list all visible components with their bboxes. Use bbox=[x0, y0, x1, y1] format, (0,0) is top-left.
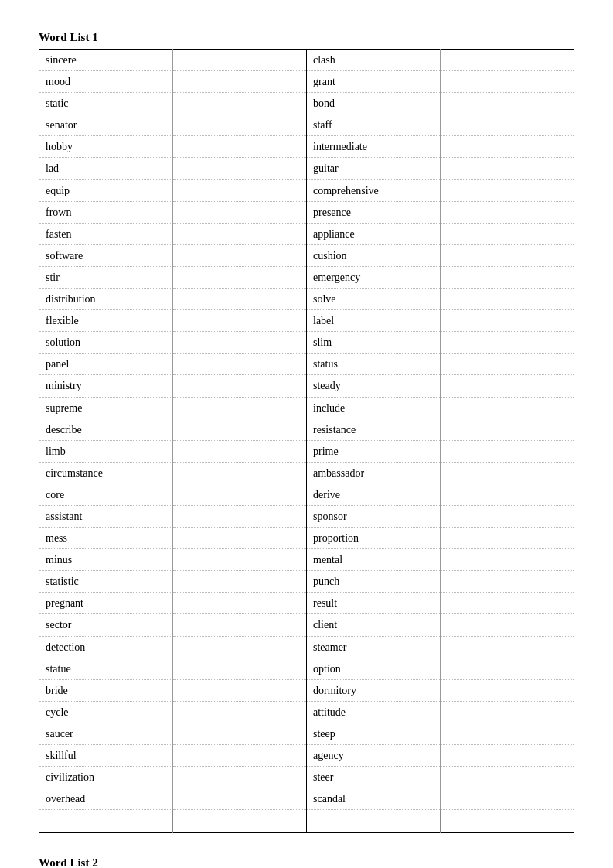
word-cell-col4 bbox=[441, 593, 574, 614]
word-cell-col4 bbox=[441, 462, 574, 484]
word-cell-col4 bbox=[441, 528, 574, 549]
word-cell-col2 bbox=[173, 528, 307, 549]
word-cell-col1: fasten bbox=[39, 223, 173, 244]
word-cell-col2 bbox=[173, 136, 307, 158]
word-cell-col4 bbox=[441, 549, 574, 571]
word-cell-col1: minus bbox=[39, 549, 173, 571]
word-cell-col4 bbox=[441, 354, 574, 375]
word-cell-col4 bbox=[441, 636, 574, 658]
word-cell-col1: statistic bbox=[39, 571, 173, 593]
word-cell-col3: solve bbox=[307, 289, 441, 310]
word-cell-col1: pregnant bbox=[39, 593, 173, 614]
word-cell-col3: ambassador bbox=[307, 462, 441, 484]
word-cell-col3: steep bbox=[307, 723, 441, 744]
word-cell-col2 bbox=[173, 593, 307, 614]
word-cell-col2 bbox=[173, 93, 307, 114]
word-cell-col2 bbox=[173, 71, 307, 93]
word-cell-col2 bbox=[173, 289, 307, 310]
word-cell-col1: statue bbox=[39, 658, 173, 679]
word-cell-col2 bbox=[173, 788, 307, 810]
word-cell-col3: steady bbox=[307, 375, 441, 397]
word-cell-col2 bbox=[173, 158, 307, 179]
word-cell-col2 bbox=[173, 484, 307, 505]
word-cell-col4 bbox=[441, 93, 574, 114]
word-list-1-title: Word List 1 bbox=[39, 31, 574, 44]
word-cell-col4 bbox=[441, 50, 574, 71]
word-cell-col1: civilization bbox=[39, 767, 173, 788]
word-list-2-title: Word List 2 bbox=[39, 856, 574, 868]
word-cell-col3: derive bbox=[307, 484, 441, 505]
word-cell-col3: punch bbox=[307, 571, 441, 593]
word-cell-col3: agency bbox=[307, 745, 441, 767]
word-cell-col2 bbox=[173, 114, 307, 136]
word-cell-col2 bbox=[173, 397, 307, 419]
word-cell-col3: status bbox=[307, 354, 441, 375]
word-cell-col1: sincere bbox=[39, 50, 173, 71]
word-cell-col4 bbox=[441, 440, 574, 462]
word-cell-col3: bond bbox=[307, 93, 441, 114]
word-cell-col2 bbox=[173, 354, 307, 375]
word-cell-col1: flexible bbox=[39, 310, 173, 332]
word-cell-col2 bbox=[173, 505, 307, 527]
word-cell-col1: stir bbox=[39, 266, 173, 288]
word-cell-col4 bbox=[441, 201, 574, 223]
word-cell-col3: emergency bbox=[307, 266, 441, 288]
word-cell-col3: proportion bbox=[307, 528, 441, 549]
word-cell-col1: lad bbox=[39, 158, 173, 179]
word-cell-col2 bbox=[173, 179, 307, 201]
word-list-2-section: Word List 2 definiterousecautiouscultiva… bbox=[39, 856, 574, 868]
word-cell-col2 bbox=[173, 223, 307, 244]
word-cell-col2 bbox=[173, 636, 307, 658]
word-cell-col1: describe bbox=[39, 419, 173, 440]
word-cell-col3: clash bbox=[307, 50, 441, 71]
word-cell-col3: result bbox=[307, 593, 441, 614]
word-cell-col1: overhead bbox=[39, 788, 173, 810]
word-cell-col2 bbox=[173, 266, 307, 288]
word-cell-col4 bbox=[441, 332, 574, 354]
word-cell-col2 bbox=[173, 658, 307, 679]
word-cell-col3: guitar bbox=[307, 158, 441, 179]
word-cell-col1: sector bbox=[39, 614, 173, 636]
word-cell-col2 bbox=[173, 571, 307, 593]
word-cell-col2 bbox=[173, 679, 307, 701]
word-cell-col4 bbox=[441, 71, 574, 93]
word-cell-col4 bbox=[441, 244, 574, 266]
word-cell-col1: software bbox=[39, 244, 173, 266]
word-cell-empty bbox=[441, 810, 574, 833]
word-cell-col1: solution bbox=[39, 332, 173, 354]
word-cell-col1: panel bbox=[39, 354, 173, 375]
word-cell-col3: staff bbox=[307, 114, 441, 136]
word-cell-col4 bbox=[441, 289, 574, 310]
word-cell-col1: hobby bbox=[39, 136, 173, 158]
word-cell-col1: static bbox=[39, 93, 173, 114]
word-cell-col3: comprehensive bbox=[307, 179, 441, 201]
word-cell-empty bbox=[39, 810, 173, 833]
word-list-1-table: sincereclashmoodgrantstaticbondsenatorst… bbox=[39, 49, 574, 833]
word-cell-col4 bbox=[441, 679, 574, 701]
word-cell-col2 bbox=[173, 50, 307, 71]
word-cell-col4 bbox=[441, 419, 574, 440]
word-cell-col1: senator bbox=[39, 114, 173, 136]
word-cell-col4 bbox=[441, 179, 574, 201]
word-cell-col2 bbox=[173, 767, 307, 788]
word-cell-col4 bbox=[441, 767, 574, 788]
word-cell-col1: equip bbox=[39, 179, 173, 201]
word-cell-col4 bbox=[441, 223, 574, 244]
word-cell-col4 bbox=[441, 114, 574, 136]
word-cell-col1: mess bbox=[39, 528, 173, 549]
word-cell-col2 bbox=[173, 419, 307, 440]
word-cell-col3: cushion bbox=[307, 244, 441, 266]
word-cell-col1: frown bbox=[39, 201, 173, 223]
word-cell-col4 bbox=[441, 701, 574, 723]
word-cell-col2 bbox=[173, 440, 307, 462]
word-cell-col4 bbox=[441, 745, 574, 767]
word-cell-col1: detection bbox=[39, 636, 173, 658]
word-cell-col2 bbox=[173, 201, 307, 223]
word-cell-col4 bbox=[441, 505, 574, 527]
word-cell-col4 bbox=[441, 375, 574, 397]
word-cell-col3: steamer bbox=[307, 636, 441, 658]
word-list-1-section: Word List 1 sincereclashmoodgrantstaticb… bbox=[39, 31, 574, 833]
word-cell-col2 bbox=[173, 244, 307, 266]
word-cell-col4 bbox=[441, 614, 574, 636]
word-cell-col1: skillful bbox=[39, 745, 173, 767]
